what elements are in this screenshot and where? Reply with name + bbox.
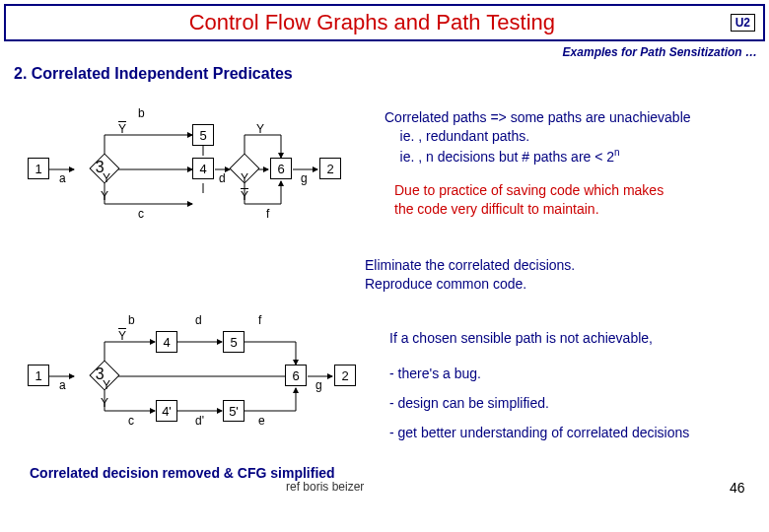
g2-node-4: 4	[156, 331, 177, 353]
ref-note: ref boris beizer	[286, 480, 364, 494]
graph1-edges	[0, 91, 375, 258]
g2-edge-b: b	[128, 313, 135, 327]
unit-badge: U2	[731, 14, 755, 32]
g1-edge-d: d	[219, 171, 226, 185]
g1-ybar-1: Y	[118, 122, 126, 136]
rhs-b1: - there's a bug.	[389, 365, 481, 383]
g1-node-1: 1	[28, 158, 49, 179]
subtitle: Examples for Path Sensitization …	[0, 45, 757, 59]
g2-node-2: 2	[334, 365, 356, 386]
rhs-p3: Eliminate the correlated decisions.Repro…	[365, 256, 739, 294]
g1-node-6: 6	[270, 158, 292, 179]
g2-edge-c: c	[128, 414, 134, 428]
g1-y-4: Y	[241, 171, 248, 185]
rhs-p2: Due to practice of saving code which mak…	[394, 181, 749, 219]
g2-edge-f: f	[258, 313, 261, 327]
g1-edge-c: c	[138, 207, 144, 221]
content-area: 1 3 4 5 6 2 a b c d f g Y Y Y Y Y Y Corr…	[0, 91, 769, 532]
g1-y-1: Y	[103, 171, 110, 185]
g2-node-4p: 4'	[156, 400, 177, 422]
g2-node-6: 6	[285, 365, 307, 386]
g1-node-5: 5	[192, 124, 214, 146]
g2-y-2: Y	[101, 396, 108, 410]
g1-node-4: 4	[192, 158, 214, 179]
g1-y-3: Y	[256, 122, 264, 136]
g2-node-5p: 5'	[223, 400, 245, 422]
g1-ybar-2: Y	[241, 189, 248, 203]
g1-edge-a: a	[59, 171, 66, 185]
g2-edge-a: a	[59, 378, 66, 392]
rhs-b2: - design can be simplified.	[389, 394, 549, 413]
conclusion: Correlated decision removed & CFG simpli…	[30, 465, 335, 481]
g1-edge-b: b	[138, 106, 145, 120]
g2-y-1: Y	[103, 378, 110, 392]
g1-node-2: 2	[319, 158, 341, 179]
g2-node-5: 5	[223, 331, 245, 353]
rhs-b3: - get better understanding of correlated…	[389, 424, 689, 442]
g2-node-1: 1	[28, 365, 49, 386]
g1-y-2: Y	[101, 189, 108, 203]
section-title: 2. Correlated Independent Predicates	[14, 65, 759, 83]
rhs-p4: If a chosen sensible path is not achieva…	[389, 329, 754, 348]
page-number: 46	[730, 480, 745, 496]
g1-edge-g: g	[301, 171, 308, 185]
page-title: Control Flow Graphs and Path Testing	[14, 10, 731, 35]
g2-ybar-1: Y	[118, 329, 126, 343]
g2-edge-e: e	[258, 414, 265, 428]
g2-edge-g: g	[315, 378, 322, 392]
rhs-p1: Correlated paths => some paths are unach…	[384, 108, 749, 166]
g1-edge-f: f	[266, 207, 269, 221]
title-bar: Control Flow Graphs and Path Testing U2	[4, 4, 765, 41]
g2-edge-d: d	[195, 313, 202, 327]
graph2-edges	[0, 298, 375, 455]
g2-edge-dp: d'	[195, 414, 204, 428]
